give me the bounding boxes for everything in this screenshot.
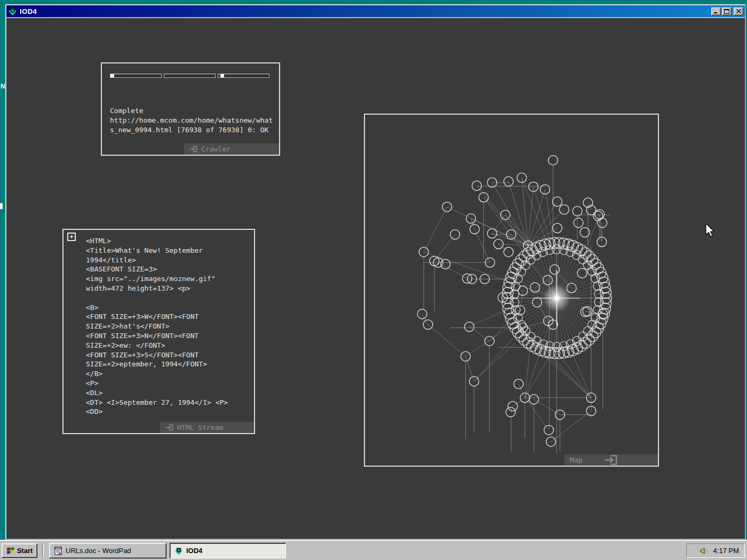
code-line: <DT> <I>September 27, 1994</I> <P> — [86, 398, 251, 407]
start-button[interactable]: Start — [2, 543, 37, 558]
task-label: URLs.doc - WordPad — [66, 547, 131, 555]
ring-bead[interactable] — [526, 332, 535, 341]
desktop-icon-fragment — [0, 203, 3, 209]
code-line: <FONT SIZE=+3>W</FONT><FONT — [86, 312, 251, 322]
map-center-node[interactable] — [554, 296, 559, 300]
map-node[interactable] — [484, 336, 494, 346]
expand-button[interactable]: + — [67, 233, 76, 241]
html-source-text: <HTML><Title>What's New! September1994</… — [86, 236, 251, 417]
graph-edge — [511, 235, 528, 246]
slider-thumb[interactable] — [110, 74, 114, 77]
iod4-app-icon — [8, 7, 17, 15]
taskbar-task-iod4[interactable]: IOD4 — [170, 543, 286, 558]
graph-edge — [428, 325, 465, 357]
code-line: <FONT SIZE=+3>N</FONT><FONT — [86, 331, 251, 341]
iod4-app-icon — [174, 547, 183, 555]
progress-slider-track[interactable] — [110, 74, 162, 78]
graph-edge — [492, 215, 505, 234]
graph-edge — [534, 187, 552, 245]
task-label: IOD4 — [186, 547, 202, 555]
graph-edge — [466, 327, 509, 357]
map-node[interactable] — [573, 206, 582, 216]
code-line: SIZE=+2>hat's</FONT> — [86, 322, 251, 331]
code-line: <DL> — [86, 388, 251, 398]
mouse-cursor — [705, 223, 716, 239]
code-line — [86, 293, 251, 303]
code-line: <HTML> — [86, 236, 251, 246]
windows-logo-icon — [6, 547, 15, 555]
map-panel: Map — [364, 114, 659, 467]
code-line: <P> — [86, 379, 251, 388]
exit-arrow-icon — [165, 424, 173, 431]
map-node[interactable] — [470, 377, 479, 386]
map-node[interactable] — [593, 211, 603, 221]
graph-edge — [520, 291, 523, 310]
exit-arrow-icon — [189, 146, 197, 153]
code-line: 1994</title> — [86, 255, 251, 265]
ring-bead[interactable] — [578, 332, 587, 341]
speaker-icon[interactable] — [700, 547, 708, 555]
ring-bead[interactable] — [583, 334, 594, 346]
crawler-url-line1: http://home.mcom.com/home/whatsnew/what — [110, 116, 275, 125]
map-node[interactable] — [548, 156, 558, 165]
graph-edge — [522, 178, 547, 243]
map-graph[interactable] — [365, 115, 658, 466]
html-stream-label-bar[interactable]: HTML Stream — [160, 422, 254, 433]
html-stream-label: HTML Stream — [177, 423, 223, 431]
graph-edge — [422, 314, 428, 325]
close-icon — [736, 9, 741, 13]
graph-edge — [424, 252, 557, 298]
map-node[interactable] — [577, 268, 587, 278]
map-node[interactable] — [472, 181, 482, 190]
wordpad-icon: A — [54, 547, 62, 555]
graph-edge — [424, 207, 447, 252]
graph-edge — [570, 349, 591, 397]
crawler-label: Crawler — [201, 145, 231, 153]
crawler-status: Complete — [110, 106, 275, 116]
map-node[interactable] — [450, 230, 460, 239]
graph-edge — [551, 411, 591, 442]
ring-bead[interactable] — [526, 255, 535, 264]
desktop: { "window": { "title": "IOD4" }, "deskto… — [0, 0, 747, 560]
graph-edge — [498, 244, 508, 252]
code-line: </B> — [86, 369, 251, 379]
code-line: SIZE=+2>ew: </FONT> — [86, 341, 251, 350]
ring-bead[interactable] — [519, 251, 530, 262]
ring-bead[interactable] — [578, 255, 587, 264]
graph-edge — [471, 219, 528, 246]
slider-thumb[interactable] — [220, 74, 224, 77]
code-line: SIZE=+2>eptember, 1994</FONT> — [86, 359, 251, 369]
code-line: <Title>What's New! September — [86, 246, 251, 255]
taskbar-clock: 4:17 PM — [713, 547, 739, 555]
maximize-button[interactable] — [722, 7, 732, 15]
taskbar-task-wordpad[interactable]: A URLs.doc - WordPad — [49, 543, 166, 558]
graph-edge — [474, 343, 514, 381]
progress-slider-track[interactable] — [164, 74, 216, 78]
exit-arrow-icon — [565, 454, 658, 466]
taskbar: Start A URLs.doc - WordPad IOD4 4:17 — [0, 540, 747, 560]
close-button[interactable] — [734, 7, 743, 15]
crawler-label-bar[interactable]: Crawler — [184, 143, 279, 155]
svg-text:A: A — [58, 551, 61, 555]
crawler-panel: Completehttp://home.mcom.com/home/whatsn… — [101, 62, 280, 156]
code-line: <B> — [86, 303, 251, 313]
graph-edge — [540, 348, 591, 397]
minimize-button[interactable] — [711, 7, 721, 15]
progress-slider-track[interactable] — [218, 74, 269, 78]
graph-edge — [476, 186, 528, 245]
map-node[interactable] — [529, 395, 539, 404]
map-node[interactable] — [574, 218, 583, 228]
taskbar-divider[interactable] — [42, 544, 44, 557]
maximize-icon — [724, 9, 729, 14]
html-stream-panel: + <HTML><Title>What's New! September1994… — [62, 229, 255, 434]
system-tray: 4:17 PM — [686, 543, 745, 558]
graph-edge — [559, 354, 591, 398]
graph-edge — [470, 327, 490, 341]
code-line: <DD> — [86, 407, 251, 417]
title-bar[interactable]: IOD4 — [6, 5, 745, 17]
crawler-progress-sliders[interactable] — [110, 74, 269, 78]
app-window: IOD4 Completehttp://home.mcom.com/home/w… — [5, 4, 746, 540]
code-line: <BASEFONT SIZE=3> — [86, 265, 251, 274]
graph-edge — [483, 197, 528, 245]
map-label-bar[interactable]: Map — [565, 454, 658, 466]
